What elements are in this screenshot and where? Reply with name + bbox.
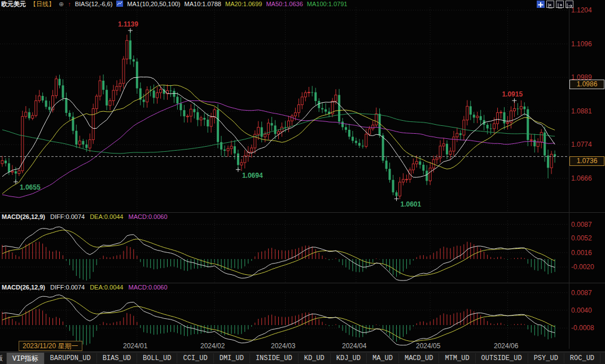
macd-axis-label: 0.0016 <box>571 249 604 257</box>
tab-macd_ud[interactable]: MACD_UD <box>399 353 439 363</box>
price-axis-label: 1.0666 <box>571 174 604 182</box>
month-label: 2024/05 <box>416 342 440 350</box>
indicator-tab-bar: 版VIP指标BARUPDN_UDBIAS_UDBOLL_UDCCI_UDDMI_… <box>0 352 605 364</box>
svg-text:1.0655: 1.0655 <box>20 183 41 191</box>
macd-value: MACD:0.0060 <box>129 284 168 291</box>
chart-window: 欧元美元【日线】⊕↑BIAS(12,-6,6)MA1(10,20,50,100)… <box>0 0 605 364</box>
tab-cci_ud[interactable]: CCI_UD <box>177 353 213 363</box>
toolbar <box>537 1 573 8</box>
macd-value: MACD:0.0060 <box>129 213 168 220</box>
macd-indicator-label: MACD(26,12,9) <box>2 284 45 291</box>
diff-value: DIFF:0.0074 <box>50 284 85 291</box>
tab-dmi_ud[interactable]: DMI_UD <box>214 353 250 363</box>
symbol-name: 欧元美元 <box>1 0 26 8</box>
month-label: 2024/04 <box>342 342 366 350</box>
alert-price-marker: 1.0986 <box>569 80 604 89</box>
macd-indicator-label: MACD(26,12,9) <box>2 213 45 220</box>
ma20-value: MA20:1.0699 <box>225 0 262 8</box>
macd-axis-label: -0.0008 <box>571 324 604 332</box>
macd1-label-row: MACD(26,12,9)DIFF:0.0074DEA:0.0044MACD:0… <box>2 213 168 221</box>
ma50-value: MA50:1.0636 <box>266 0 302 8</box>
page-right-icon[interactable] <box>565 1 573 8</box>
macd1-canvas[interactable] <box>0 221 569 283</box>
axis-divider <box>569 7 569 349</box>
month-label: 2024/02 <box>200 342 225 350</box>
tab-psy_ud[interactable]: PSY_UD <box>528 353 564 363</box>
tab-bias_ud[interactable]: BIAS_UD <box>97 353 137 363</box>
price-axis-label: 1.0881 <box>571 107 604 115</box>
svg-text:1.0601: 1.0601 <box>401 200 422 208</box>
tab-kdj_ud[interactable]: KDJ_UD <box>331 353 367 363</box>
svg-text:1.0915: 1.0915 <box>502 90 523 98</box>
tab-inside_ud[interactable]: INSIDE_UD <box>250 353 299 363</box>
tab-[interactable]: >> <box>600 353 605 363</box>
main-chart-canvas[interactable]: 1.06551.11391.06941.06011.0915 <box>0 7 569 212</box>
tab-kd_ud[interactable]: KD_UD <box>299 353 331 363</box>
month-label: 2024/06 <box>494 342 518 350</box>
period-label: 【日线】 <box>30 0 55 8</box>
macd-axis-label: 0.0087 <box>571 221 604 229</box>
dea-value: DEA:0.0044 <box>90 284 123 291</box>
month-label: 2024/03 <box>271 342 295 350</box>
mini-chart-icon <box>116 1 123 8</box>
svg-text:1.1139: 1.1139 <box>118 20 138 28</box>
tab-barupdn_ud[interactable]: BARUPDN_UD <box>45 353 97 363</box>
month-label: 2024/01 <box>123 342 147 350</box>
selected-date-label: 2023/11/20 星期一 <box>19 341 82 351</box>
macd2-label-row: MACD(26,12,9)DIFF:0.0074DEA:0.0044MACD:0… <box>2 283 168 291</box>
price-axis-label: 1.1204 <box>571 6 604 14</box>
price-axis-label: 1.0774 <box>571 141 604 148</box>
tab-boll_ud[interactable]: BOLL_UD <box>137 353 177 363</box>
plus-circle-icon: ⊕ <box>59 0 64 8</box>
scale-left-icon[interactable] <box>546 1 554 8</box>
scale-right-icon[interactable] <box>556 1 564 8</box>
macd-axis-label: 0.0052 <box>571 234 604 242</box>
tab-[interactable]: 版 <box>0 353 7 364</box>
tab-roc_ud[interactable]: ROC_UD <box>564 353 600 363</box>
ma100-value: MA100:1.0791 <box>307 0 348 8</box>
chart-header: 欧元美元【日线】⊕↑BIAS(12,-6,6)MA1(10,20,50,100)… <box>1 0 347 8</box>
crosshair-icon[interactable] <box>537 1 545 8</box>
tab-vip[interactable]: VIP指标 <box>7 353 45 364</box>
bias-indicator-label: BIAS(12,-6,6) <box>75 0 113 8</box>
macd-axis-label: 0.0040 <box>571 306 604 314</box>
date-axis: 2023/11/20 星期一2024/012024/022024/032024/… <box>0 341 569 352</box>
tab-mtm_ud[interactable]: MTM_UD <box>439 353 475 363</box>
macd-axis-label: -0.0020 <box>571 263 604 271</box>
dea-value: DEA:0.0044 <box>90 213 123 220</box>
current-price-marker: 1.0736 <box>569 156 604 166</box>
svg-text:1.0694: 1.0694 <box>242 172 263 179</box>
macd-axis-label: 0.0087 <box>571 289 604 297</box>
ma10-value: MA10:1.0788 <box>185 0 221 8</box>
ma-indicator-label: MA1(10,20,50,100) <box>127 0 180 8</box>
up-arrow-icon: ↑ <box>68 0 71 8</box>
macd2-canvas[interactable] <box>0 291 569 349</box>
diff-value: DIFF:0.0074 <box>50 213 85 220</box>
price-axis-label: 1.1096 <box>571 40 604 48</box>
tab-ma_ud[interactable]: MA_UD <box>367 353 399 363</box>
tab-outside_ud[interactable]: OUTSIDE_UD <box>476 353 528 363</box>
